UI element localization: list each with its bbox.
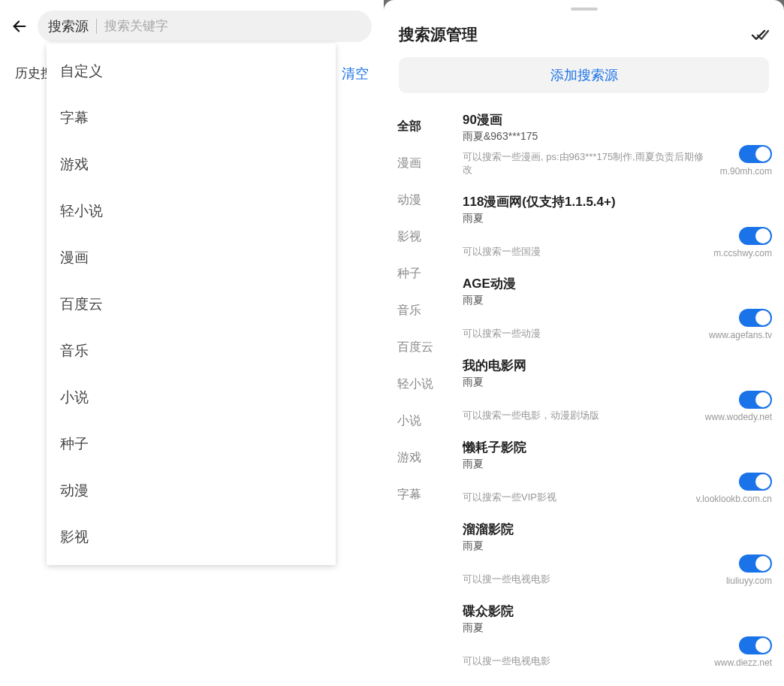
source-item[interactable]: 118漫画网(仅支持1.1.5.4+)雨夏可以搜索一些国漫m.ccshwy.co… xyxy=(463,186,772,267)
enable-switch[interactable] xyxy=(739,145,772,163)
source-author: 雨夏 xyxy=(463,621,772,635)
source-right: www.wodedy.net xyxy=(705,391,772,422)
source-list[interactable]: 90漫画雨夏&963***175可以搜索一些漫画, ps:由963***175制… xyxy=(463,104,784,686)
source-item[interactable]: 碟众影院雨夏可以搜一些电视电影www.diezz.net xyxy=(463,595,772,677)
source-item[interactable]: 懒耗子影院雨夏可以搜索一些VIP影视v.looklookb.com.cn xyxy=(463,431,772,513)
bottom-sheet: 搜索源管理 添加搜索源 全部漫画动漫影视种子音乐百度云轻小说小说游戏字幕 90漫… xyxy=(384,0,784,686)
source-item[interactable]: ACG.RIP雨夏可以搜一些动漫种子资源acg.rip xyxy=(463,677,772,686)
category-item[interactable]: 全部 xyxy=(384,108,463,145)
right-screen: 搜索源管理 添加搜索源 全部漫画动漫影视种子音乐百度云轻小说小说游戏字幕 90漫… xyxy=(384,0,784,686)
category-item[interactable]: 小说 xyxy=(384,403,463,440)
sheet-title: 搜索源管理 xyxy=(399,24,478,45)
sheet-body: 全部漫画动漫影视种子音乐百度云轻小说小说游戏字幕 90漫画雨夏&963***17… xyxy=(384,104,784,686)
source-author: 雨夏 xyxy=(463,212,772,225)
dropdown-item[interactable]: 影视 xyxy=(47,514,336,561)
source-right: v.looklookb.com.cn xyxy=(696,473,772,504)
source-title: 溜溜影院 xyxy=(463,521,772,538)
dropdown-item[interactable]: 种子 xyxy=(47,421,336,467)
category-item[interactable]: 漫画 xyxy=(384,145,463,182)
source-domain: www.diezz.net xyxy=(714,657,772,668)
source-title: 我的电影网 xyxy=(463,357,772,374)
dropdown-item[interactable]: 动漫 xyxy=(47,467,336,514)
source-item[interactable]: AGE动漫雨夏可以搜索一些动漫www.agefans.tv xyxy=(463,267,772,349)
add-source-button[interactable]: 添加搜索源 xyxy=(399,57,769,93)
source-domain: v.looklookb.com.cn xyxy=(696,494,772,504)
search-divider xyxy=(96,19,97,34)
source-author: 雨夏 xyxy=(463,294,772,307)
category-item[interactable]: 种子 xyxy=(384,255,463,292)
category-item[interactable]: 动漫 xyxy=(384,182,463,219)
source-row: 可以搜索一些漫画, ps:由963***175制作,雨夏负责后期修改m.90mh… xyxy=(463,145,772,177)
source-title: AGE动漫 xyxy=(463,275,772,292)
source-desc: 可以搜一些电视电影 xyxy=(463,654,707,668)
enable-switch[interactable] xyxy=(739,555,772,573)
source-domain: liuliuyy.com xyxy=(726,576,772,586)
source-title: 懒耗子影院 xyxy=(463,439,772,456)
source-item[interactable]: 我的电影网雨夏可以搜索一些电影，动漫剧场版www.wodedy.net xyxy=(463,349,772,431)
clear-history-button[interactable]: 清空 xyxy=(342,65,369,83)
source-right: liuliuyy.com xyxy=(726,555,772,586)
source-author: 雨夏&963***175 xyxy=(463,130,772,144)
source-right: www.diezz.net xyxy=(714,636,772,668)
dropdown-item[interactable]: 字幕 xyxy=(47,95,336,141)
enable-switch[interactable] xyxy=(739,636,772,654)
source-right: m.ccshwy.com xyxy=(713,227,772,258)
source-right: m.90mh.com xyxy=(720,145,772,177)
category-item[interactable]: 字幕 xyxy=(384,476,463,513)
source-row: 可以搜一些电视电影liuliuyy.com xyxy=(463,555,772,586)
dropdown-item[interactable]: 游戏 xyxy=(47,141,336,188)
category-item[interactable]: 轻小说 xyxy=(384,366,463,403)
back-arrow-icon[interactable] xyxy=(11,17,29,35)
source-row: 可以搜索一些电影，动漫剧场版www.wodedy.net xyxy=(463,391,772,422)
source-title: 90漫画 xyxy=(463,111,772,128)
source-desc: 可以搜一些电视电影 xyxy=(463,573,719,586)
source-domain: www.agefans.tv xyxy=(709,330,772,340)
category-column: 全部漫画动漫影视种子音乐百度云轻小说小说游戏字幕 xyxy=(384,104,463,686)
source-domain: m.ccshwy.com xyxy=(713,248,772,258)
category-item[interactable]: 音乐 xyxy=(384,292,463,329)
check-all-icon[interactable] xyxy=(751,26,769,44)
enable-switch[interactable] xyxy=(739,473,772,491)
enable-switch[interactable] xyxy=(739,227,772,245)
left-screen: 搜索源 历史搜 清空 自定义字幕游戏轻小说漫画百度云音乐小说种子动漫影视 xyxy=(0,0,384,686)
dropdown-item[interactable]: 百度云 xyxy=(47,281,336,328)
source-desc: 可以搜索一些VIP影视 xyxy=(463,491,689,504)
source-item[interactable]: 90漫画雨夏&963***175可以搜索一些漫画, ps:由963***175制… xyxy=(463,104,772,186)
sheet-header: 搜索源管理 xyxy=(384,11,784,56)
source-desc: 可以搜索一些国漫 xyxy=(463,245,706,258)
source-desc: 可以搜索一些漫画, ps:由963***175制作,雨夏负责后期修改 xyxy=(463,150,713,177)
search-source-dropdown[interactable]: 自定义字幕游戏轻小说漫画百度云音乐小说种子动漫影视 xyxy=(47,44,336,565)
dropdown-item[interactable]: 音乐 xyxy=(47,328,336,374)
source-row: 可以搜索一些国漫m.ccshwy.com xyxy=(463,227,772,258)
source-desc: 可以搜索一些电影，动漫剧场版 xyxy=(463,409,698,422)
category-item[interactable]: 百度云 xyxy=(384,329,463,366)
category-item[interactable]: 游戏 xyxy=(384,440,463,476)
source-author: 雨夏 xyxy=(463,376,772,389)
source-row: 可以搜索一些动漫www.agefans.tv xyxy=(463,309,772,340)
source-author: 雨夏 xyxy=(463,458,772,471)
enable-switch[interactable] xyxy=(739,391,772,409)
dropdown-item[interactable]: 自定义 xyxy=(47,48,336,95)
dropdown-item[interactable]: 轻小说 xyxy=(47,188,336,234)
search-bar[interactable]: 搜索源 xyxy=(38,11,372,42)
category-item[interactable]: 影视 xyxy=(384,219,463,255)
source-title: 碟众影院 xyxy=(463,603,772,620)
enable-switch[interactable] xyxy=(739,309,772,327)
source-domain: www.wodedy.net xyxy=(705,412,772,422)
source-right: www.agefans.tv xyxy=(709,309,772,340)
source-row: 可以搜一些电视电影www.diezz.net xyxy=(463,636,772,668)
source-domain: m.90mh.com xyxy=(720,166,772,177)
dropdown-item[interactable]: 小说 xyxy=(47,374,336,421)
search-source-label[interactable]: 搜索源 xyxy=(48,17,89,35)
source-row: 可以搜索一些VIP影视v.looklookb.com.cn xyxy=(463,473,772,504)
search-input[interactable] xyxy=(104,19,361,34)
dropdown-item[interactable]: 漫画 xyxy=(47,234,336,281)
source-title: 118漫画网(仅支持1.1.5.4+) xyxy=(463,193,772,210)
source-item[interactable]: 溜溜影院雨夏可以搜一些电视电影liuliuyy.com xyxy=(463,513,772,595)
source-desc: 可以搜索一些动漫 xyxy=(463,327,701,340)
source-author: 雨夏 xyxy=(463,539,772,553)
